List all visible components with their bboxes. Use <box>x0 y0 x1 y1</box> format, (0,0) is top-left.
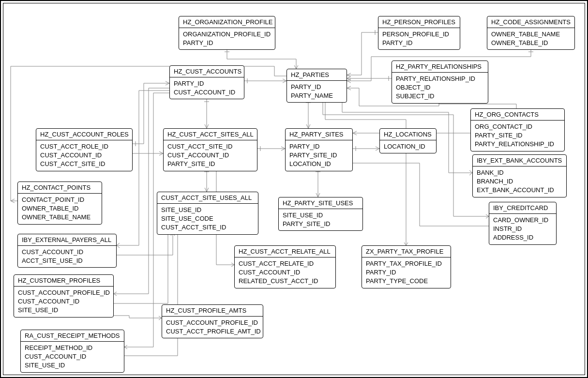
entity-fields: LOCATION_ID <box>380 140 436 153</box>
entity-field: CUST_ACCT_SITE_ID <box>167 142 253 151</box>
entity-field: PARTY_SITE_ID <box>283 220 359 228</box>
entity-field: CUST_ACCOUNT_ID <box>25 352 120 361</box>
entity-title: HZ_ORGANIZATION_PROFILE <box>179 16 275 28</box>
entity-field: ADDRESS_ID <box>493 233 552 242</box>
entity-hz-cust-acct-relate-all: HZ_CUST_ACCT_RELATE_ALLCUST_ACCT_RELATE_… <box>234 245 336 288</box>
entity-field: BRANCH_ID <box>477 177 562 186</box>
entity-field: CUST_ACCOUNT_ID <box>22 248 112 257</box>
entity-fields: CUST_ACCOUNT_PROFILE_IDCUST_ACCOUNT_IDSI… <box>14 287 113 317</box>
entity-title: HZ_PARTIES <box>287 69 347 81</box>
entity-iby-creditcard: IBY_CREDITCARDCARD_OWNER_IDINSTR_IDADDRE… <box>489 202 557 245</box>
entity-fields: SITE_USE_IDPARTY_SITE_ID <box>279 209 362 230</box>
entity-field: RECEIPT_METHOD_ID <box>25 344 120 352</box>
entity-fields: CUST_ACCOUNT_IDACCT_SITE_USE_ID <box>18 246 116 267</box>
entity-field: CUST_ACCOUNT_ID <box>239 268 332 277</box>
entity-field: CARD_OWNER_ID <box>493 216 552 225</box>
entity-hz-organization-profile: HZ_ORGANIZATION_PROFILEORGANIZATION_PROF… <box>179 16 275 50</box>
entity-hz-cust-account-roles: HZ_CUST_ACCOUNT_ROLESCUST_ACCT_ROLE_IDCU… <box>36 128 133 171</box>
entity-fields: CONTACT_POINT_IDOWNER_TABLE_IDOWNER_TABL… <box>18 194 102 224</box>
entity-field: BANK_ID <box>477 168 562 177</box>
entity-title: HZ_PARTY_RELATIONSHIPS <box>392 61 488 73</box>
entity-hz-party-relationships: HZ_PARTY_RELATIONSHIPSPARTY_RELATIONSHIP… <box>392 60 488 104</box>
entity-field: PERSON_PROFILE_ID <box>382 30 456 39</box>
entity-field: PARTY_ID <box>291 83 343 91</box>
entity-hz-cust-profile-amts: HZ_CUST_PROFILE_AMTSCUST_ACCOUNT_PROFILE… <box>162 304 263 338</box>
entity-field: SITE_USE_ID <box>161 206 254 214</box>
entity-field: CUST_ACCT_SITE_ID <box>40 160 128 168</box>
entity-fields: PARTY_IDPARTY_SITE_IDLOCATION_ID <box>286 140 352 171</box>
entity-fields: OWNER_TABLE_NAMEOWNER_TABLE_ID <box>487 28 574 49</box>
entity-title: HZ_CONTACT_POINTS <box>18 182 102 194</box>
entity-fields: CARD_OWNER_IDINSTR_IDADDRESS_ID <box>489 214 556 244</box>
diagram-outer-frame: HZ_ORGANIZATION_PROFILEORGANIZATION_PROF… <box>0 0 588 378</box>
entity-hz-cust-acct-sites-all: HZ_CUST_ACCT_SITES_ALLCUST_ACCT_SITE_IDC… <box>163 128 257 171</box>
entity-field: CUST_ACCOUNT_PROFILE_ID <box>18 288 109 297</box>
entity-title: HZ_ORG_CONTACTS <box>471 109 564 121</box>
entity-hz-contact-points: HZ_CONTACT_POINTSCONTACT_POINT_IDOWNER_T… <box>17 181 102 225</box>
entity-iby-ext-bank-accounts: IBY_EXT_BANK_ACCOUNTSBANK_IDBRANCH_IDEXT… <box>472 154 567 197</box>
entity-fields: BANK_IDBRANCH_IDEXT_BANK_ACCOUNT_ID <box>473 166 566 197</box>
entity-field: CUST_ACCOUNT_PROFILE_ID <box>166 318 259 327</box>
entity-field: PARTY_RELATIONSHIP_ID <box>475 140 560 149</box>
entity-field: OWNER_TABLE_ID <box>22 204 98 213</box>
entity-field: ORGANIZATION_PROFILE_ID <box>183 30 271 39</box>
entity-hz-org-contacts: HZ_ORG_CONTACTSORG_CONTACT_IDPARTY_SITE_… <box>470 108 565 151</box>
entity-field: PARTY_ID <box>382 39 456 47</box>
entity-title: HZ_LOCATIONS <box>380 129 436 140</box>
entity-field: RELATED_CUST_ACCT_ID <box>239 277 332 286</box>
entity-fields: PARTY_RELATIONSHIP_IDOBJECT_IDSUBJECT_ID <box>392 73 488 103</box>
entity-field: PARTY_SITE_ID <box>289 151 348 160</box>
entity-field: OWNER_TABLE_NAME <box>22 213 98 222</box>
entity-field: PARTY_ID <box>289 142 348 151</box>
entity-field: INSTR_ID <box>493 225 552 233</box>
entity-field: OWNER_TABLE_ID <box>491 39 571 47</box>
entity-field: PARTY_RELATIONSHIP_ID <box>396 75 484 83</box>
entity-iby-external-payers-all: IBY_EXTERNAL_PAYERS_ALLCUST_ACCOUNT_IDAC… <box>17 234 117 268</box>
entity-field: LOCATION_ID <box>384 142 432 151</box>
entity-fields: PARTY_IDCUST_ACCOUNT_ID <box>170 77 244 99</box>
entity-title: IBY_EXTERNAL_PAYERS_ALL <box>18 234 116 246</box>
entity-title: HZ_CUSTOMER_PROFILES <box>14 275 113 287</box>
entity-title: HZ_CUST_ACCOUNTS <box>170 66 244 77</box>
entity-field: SITE_USE_ID <box>18 306 109 315</box>
entity-hz-party-sites: HZ_PARTY_SITESPARTY_IDPARTY_SITE_IDLOCAT… <box>285 128 353 171</box>
entity-title: HZ_CUST_PROFILE_AMTS <box>162 305 263 317</box>
entity-fields: ORG_CONTACT_IDPARTY_SITE_IDPARTY_RELATIO… <box>471 121 564 151</box>
entity-field: CUST_ACCT_ROLE_ID <box>40 142 128 151</box>
entity-field: SUBJECT_ID <box>396 92 484 101</box>
entity-field: SITE_USE_ID <box>283 211 359 220</box>
entity-hz-code-assignments: HZ_CODE_ASSIGNMENTSOWNER_TABLE_NAMEOWNER… <box>487 16 575 50</box>
diagram-inner-frame: HZ_ORGANIZATION_PROFILEORGANIZATION_PROF… <box>3 3 585 375</box>
entity-fields: CUST_ACCOUNT_PROFILE_IDCUST_ACCT_PROFILE… <box>162 317 263 338</box>
entity-field: CUST_ACCOUNT_ID <box>40 151 128 160</box>
entity-field: PARTY_ID <box>183 39 271 47</box>
entity-title: HZ_CUST_ACCT_RELATE_ALL <box>235 246 335 257</box>
entity-title: HZ_PARTY_SITE_USES <box>279 197 362 209</box>
entity-fields: PARTY_TAX_PROFILE_IDPARTY_IDPARTY_TYPE_C… <box>362 257 451 288</box>
entity-fields: CUST_ACCT_ROLE_IDCUST_ACCOUNT_IDCUST_ACC… <box>36 140 132 171</box>
entity-hz-person-profiles: HZ_PERSON_PROFILESPERSON_PROFILE_IDPARTY… <box>378 16 460 50</box>
entity-field: CUST_ACCT_RELATE_ID <box>239 259 332 268</box>
entity-field: CUST_ACCOUNT_ID <box>174 88 240 97</box>
entity-field: SITE_USE_ID <box>25 361 120 370</box>
entity-title: ZX_PARTY_TAX_PROFILE <box>362 246 451 257</box>
entity-hz-customer-profiles: HZ_CUSTOMER_PROFILESCUST_ACCOUNT_PROFILE… <box>14 274 114 318</box>
entity-field: PARTY_SITE_ID <box>167 160 253 168</box>
entity-zx-party-tax-profile: ZX_PARTY_TAX_PROFILEPARTY_TAX_PROFILE_ID… <box>362 245 451 288</box>
entity-title: HZ_PERSON_PROFILES <box>378 16 460 28</box>
entity-field: PARTY_NAME <box>291 91 343 100</box>
entity-ra-cust-receipt-methods: RA_CUST_RECEIPT_METHODSRECEIPT_METHOD_ID… <box>20 330 124 373</box>
entity-fields: PERSON_PROFILE_IDPARTY_ID <box>378 28 460 49</box>
entity-field: PARTY_TYPE_CODE <box>366 277 447 286</box>
entity-field: PARTY_SITE_ID <box>475 131 560 140</box>
entity-fields: CUST_ACCT_RELATE_IDCUST_ACCOUNT_IDRELATE… <box>235 257 335 288</box>
entity-field: OBJECT_ID <box>396 83 484 92</box>
entity-title: HZ_PARTY_SITES <box>286 129 352 140</box>
entity-field: OWNER_TABLE_NAME <box>491 30 571 39</box>
entity-hz-parties: HZ_PARTIESPARTY_IDPARTY_NAME <box>286 69 347 103</box>
entity-field: CUST_ACCT_PROFILE_AMT_ID <box>166 327 259 336</box>
entity-title: HZ_CODE_ASSIGNMENTS <box>487 16 574 28</box>
entity-title: IBY_EXT_BANK_ACCOUNTS <box>473 155 566 166</box>
entity-field: CONTACT_POINT_ID <box>22 196 98 204</box>
entity-field: LOCATION_ID <box>289 160 348 168</box>
